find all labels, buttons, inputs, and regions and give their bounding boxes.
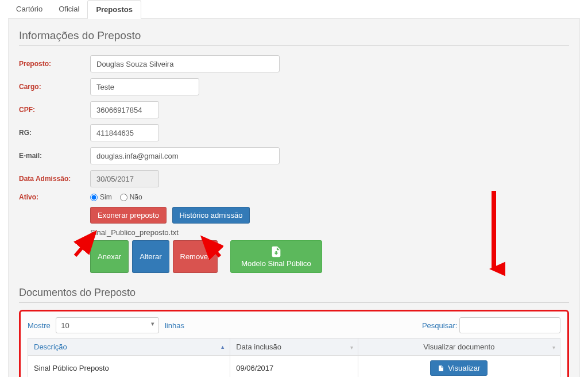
modelo-sinal-button[interactable]: Modelo Sinal Público — [230, 240, 322, 273]
radio-nao-wrap[interactable]: Não — [120, 193, 142, 201]
alterar-button[interactable]: Alterar — [132, 240, 169, 273]
docs-table: Descrição ▲ Data inclusão ▾ Visualizar d… — [28, 338, 560, 377]
tabs: Cartório Oficial Prepostos — [8, 0, 580, 19]
pesquisar-label: Pesquisar: — [422, 321, 457, 330]
tab-cartorio[interactable]: Cartório — [8, 0, 51, 18]
label-preposto: Preposto: — [19, 60, 90, 68]
historico-button[interactable]: Histórico admissão — [172, 207, 250, 224]
mostre-label: Mostre — [28, 321, 51, 330]
page-size-control: Mostre 10 linhas — [28, 317, 184, 333]
input-cargo[interactable] — [90, 78, 199, 95]
label-cpf: CPF: — [19, 106, 90, 114]
input-preposto[interactable] — [90, 55, 280, 72]
table-row: Sinal Público Preposto 09/06/2017 Visual… — [28, 356, 560, 378]
input-rg[interactable] — [90, 124, 159, 141]
tab-oficial[interactable]: Oficial — [51, 0, 87, 18]
input-email[interactable] — [90, 147, 280, 164]
linhas-label: linhas — [165, 321, 184, 330]
search-control: Pesquisar: — [422, 317, 560, 333]
label-rg: RG: — [19, 129, 90, 137]
radio-sim-label: Sim — [100, 193, 112, 201]
panel-prepostos: Informações do Preposto Preposto: Cargo:… — [8, 19, 580, 377]
filter-icon: ▾ — [350, 344, 353, 350]
label-cargo: Cargo: — [19, 83, 90, 91]
file-name: Sinal_Publico_preposto.txt — [90, 228, 569, 237]
search-input[interactable] — [459, 317, 560, 333]
sort-asc-icon: ▲ — [220, 344, 225, 350]
file-icon — [438, 365, 444, 372]
filter-icon: ▾ — [552, 344, 555, 350]
docs-table-box: Mostre 10 linhas Pesquisar: — [19, 310, 569, 377]
label-admissao: Data Admissão: — [19, 175, 90, 183]
section-title-info: Informações do Preposto — [19, 29, 569, 46]
radio-sim-wrap[interactable]: Sim — [90, 193, 112, 201]
label-email: E-mail: — [19, 152, 90, 160]
page-size-select[interactable]: 10 — [56, 317, 159, 333]
col-descricao[interactable]: Descrição ▲ — [28, 338, 230, 356]
input-admissao — [90, 170, 159, 187]
remover-button[interactable]: Remover — [173, 240, 218, 273]
exonerar-button[interactable]: Exonerar preposto — [90, 207, 167, 224]
cell-data: 09/06/2017 — [230, 356, 358, 378]
col-visualizar[interactable]: Visualizar documento ▾ — [358, 338, 560, 356]
anexar-button[interactable]: Anexar — [90, 240, 129, 273]
label-ativo: Ativo: — [19, 193, 90, 201]
file-download-icon — [270, 245, 283, 258]
input-cpf[interactable] — [90, 101, 159, 118]
tab-prepostos[interactable]: Prepostos — [87, 0, 141, 19]
radio-nao-label: Não — [130, 193, 142, 201]
cell-descricao: Sinal Público Preposto — [28, 356, 230, 378]
radio-nao[interactable] — [120, 194, 127, 201]
modelo-sinal-label: Modelo Sinal Público — [241, 259, 311, 268]
visualizar-button[interactable]: Visualizar — [430, 360, 488, 376]
col-data[interactable]: Data inclusão ▾ — [230, 338, 358, 356]
radio-sim[interactable] — [90, 194, 98, 201]
section-title-docs: Documentos do Preposto — [19, 287, 569, 303]
